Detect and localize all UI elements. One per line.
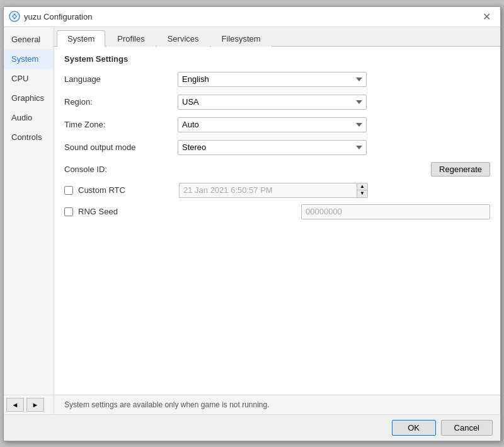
timezone-label: Time Zone: <box>64 120 178 129</box>
timezone-row: Time Zone: Auto UTC US/Eastern US/Pacifi… <box>64 117 490 133</box>
configuration-window: yuzu Configuration ✕ General System CPU … <box>3 6 501 441</box>
section-title: System Settings <box>64 54 490 64</box>
footer-note: System settings are available only when … <box>54 395 500 414</box>
close-button[interactable]: ✕ <box>478 9 495 23</box>
tab-system[interactable]: System <box>57 30 105 47</box>
window-body: General System CPU Graphics Audio Contro… <box>4 27 500 414</box>
cancel-button[interactable]: Cancel <box>441 420 493 436</box>
sidebar-navigation: ◄ ► <box>4 395 54 414</box>
sidebar-item-general[interactable]: General <box>4 30 54 49</box>
custom-rtc-label: Custom RTC <box>78 185 179 195</box>
custom-rtc-input[interactable] <box>179 183 357 198</box>
timezone-select[interactable]: Auto UTC US/Eastern US/Pacific <box>178 117 367 132</box>
language-label: Language <box>64 74 178 84</box>
rng-seed-row: RNG Seed <box>64 204 490 219</box>
bottom-bar: OK Cancel <box>4 414 500 441</box>
language-control: English French German Spanish Japanese <box>178 72 367 87</box>
app-icon <box>9 11 20 22</box>
regenerate-button[interactable]: Regenerate <box>431 162 490 177</box>
sidebar-next-button[interactable]: ► <box>26 398 44 412</box>
timezone-control: Auto UTC US/Eastern US/Pacific <box>178 117 367 132</box>
sound-row: Sound output mode Stereo Mono Surround <box>64 139 490 156</box>
spinbox-buttons: ▲ ▼ <box>357 183 368 198</box>
spinbox-down-button[interactable]: ▼ <box>357 190 367 197</box>
sidebar-item-system[interactable]: System <box>4 49 54 69</box>
console-id-label: Console ID: <box>64 165 178 174</box>
sound-label: Sound output mode <box>64 142 178 152</box>
language-row: Language English French German Spanish J… <box>64 71 490 88</box>
svg-point-1 <box>13 15 16 18</box>
sidebar-prev-button[interactable]: ◄ <box>6 398 24 412</box>
console-id-row: Console ID: Regenerate <box>64 162 490 177</box>
region-select[interactable]: USA Europe Japan <box>178 95 367 110</box>
sound-control: Stereo Mono Surround <box>178 140 367 155</box>
rng-seed-value-container <box>179 204 490 219</box>
rng-seed-checkbox[interactable] <box>64 207 73 216</box>
tab-bar: System Profiles Services Filesystem <box>54 27 500 47</box>
rng-seed-label: RNG Seed <box>78 207 179 216</box>
tab-filesystem[interactable]: Filesystem <box>211 30 272 47</box>
sidebar-item-cpu[interactable]: CPU <box>4 69 54 88</box>
ok-button[interactable]: OK <box>392 420 436 436</box>
tab-services[interactable]: Services <box>157 30 210 47</box>
custom-rtc-value-container: ▲ ▼ <box>179 183 490 198</box>
main-content: System Profiles Services Filesystem Syst… <box>54 27 500 414</box>
spinbox-up-button[interactable]: ▲ <box>357 183 367 190</box>
custom-rtc-row: Custom RTC ▲ ▼ <box>64 183 490 198</box>
window-title: yuzu Configuration <box>24 12 478 21</box>
custom-rtc-spinbox: ▲ ▼ <box>179 183 368 198</box>
content-area: System Settings Language English French … <box>54 47 500 395</box>
region-row: Region: USA Europe Japan <box>64 94 490 110</box>
sound-select[interactable]: Stereo Mono Surround <box>178 140 367 155</box>
region-label: Region: <box>64 97 178 107</box>
tab-profiles[interactable]: Profiles <box>106 30 155 47</box>
custom-rtc-checkbox[interactable] <box>64 186 73 195</box>
sidebar-item-controls[interactable]: Controls <box>4 127 54 147</box>
rng-seed-input[interactable] <box>301 204 490 219</box>
region-control: USA Europe Japan <box>178 95 367 110</box>
sidebar-item-graphics[interactable]: Graphics <box>4 88 54 108</box>
sidebar-item-audio[interactable]: Audio <box>4 108 54 127</box>
sidebar: General System CPU Graphics Audio Contro… <box>4 27 54 414</box>
language-select[interactable]: English French German Spanish Japanese <box>178 72 367 87</box>
title-bar: yuzu Configuration ✕ <box>4 7 500 27</box>
